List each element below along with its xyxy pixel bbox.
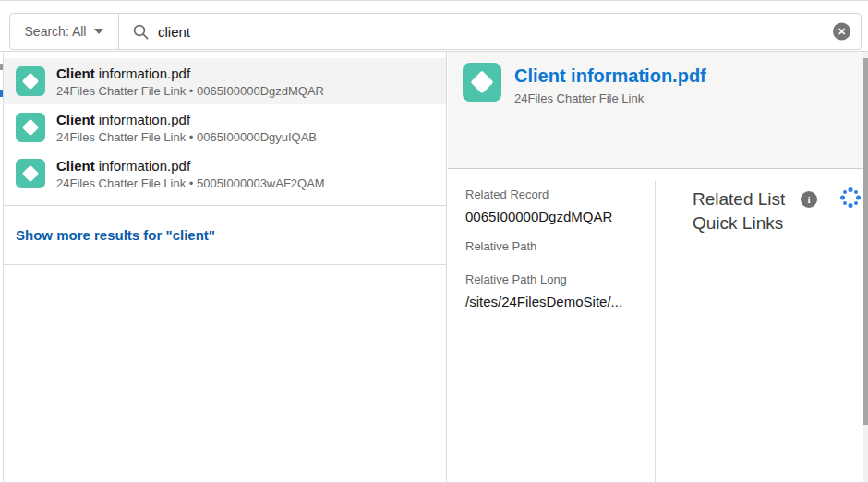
result-row[interactable]: Client information.pdf 24Files Chatter F… <box>4 58 446 104</box>
result-title: Client information.pdf <box>56 111 317 128</box>
field-label: Related Record <box>465 187 644 202</box>
result-text: Client information.pdf 24Files Chatter F… <box>56 65 324 99</box>
search-scope-label: Search: All <box>25 24 87 39</box>
record-preview-panel: Client information.pdf 24Files Chatter F… <box>448 52 868 483</box>
scrollbar[interactable] <box>863 52 868 483</box>
search-scope-selector[interactable]: Search: All <box>10 14 119 49</box>
file-record-icon <box>16 113 45 142</box>
file-record-icon <box>463 63 501 102</box>
info-icon[interactable]: i <box>801 191 817 208</box>
preview-header: Client information.pdf 24Files Chatter F… <box>448 52 868 169</box>
search-header: Search: All ✕ <box>0 0 868 52</box>
result-meta: 24Files Chatter File Link • 5005I000003w… <box>56 175 325 191</box>
result-meta: 24Files Chatter File Link • 0065I00000Dg… <box>56 83 324 99</box>
field-value: 0065I00000DgzdMQAR <box>465 208 644 226</box>
scrollbar-thumb[interactable] <box>863 58 868 425</box>
global-search-overlay: Search: All ✕ Client information.pdf 24F… <box>0 0 868 483</box>
result-list: Client information.pdf 24Files Chatter F… <box>4 52 446 206</box>
preview-record-link[interactable]: Client information.pdf <box>514 66 706 87</box>
preview-record-type: 24Files Chatter File Link <box>514 91 644 105</box>
search-results-panel: Client information.pdf 24Files Chatter F… <box>3 52 447 483</box>
result-title: Client information.pdf <box>56 157 325 175</box>
file-record-icon <box>16 66 45 96</box>
result-text: Client information.pdf 24Files Chatter F… <box>56 157 325 191</box>
search-icon <box>133 24 149 40</box>
result-title: Client information.pdf <box>56 65 324 82</box>
related-list-card: Related List Quick Links i <box>655 169 868 483</box>
result-row[interactable]: Client information.pdf 24Files Chatter F… <box>4 104 446 151</box>
loading-spinner-icon <box>839 187 862 209</box>
field-label: Relative Path <box>465 239 644 254</box>
field-label: Relative Path Long <box>465 272 644 287</box>
file-record-icon <box>16 159 45 188</box>
field-value: /sites/24FilesDemoSite/... <box>465 293 644 311</box>
related-list-title: Related List Quick Links <box>693 187 809 235</box>
result-meta: 24Files Chatter File Link • 0065I00000Dg… <box>56 129 317 145</box>
global-search-box: Search: All ✕ <box>9 13 862 50</box>
chevron-down-icon <box>94 29 103 34</box>
preview-detail: Related Record 0065I00000DgzdMQAR Relati… <box>448 169 868 483</box>
show-more-results-link[interactable]: Show more results for "client" <box>4 206 446 265</box>
result-row[interactable]: Client information.pdf 24Files Chatter F… <box>4 151 446 197</box>
result-text: Client information.pdf 24Files Chatter F… <box>56 111 317 145</box>
clear-search-icon[interactable]: ✕ <box>833 23 850 41</box>
search-input[interactable] <box>158 14 861 49</box>
record-fields: Related Record 0065I00000DgzdMQAR Relati… <box>448 169 655 483</box>
